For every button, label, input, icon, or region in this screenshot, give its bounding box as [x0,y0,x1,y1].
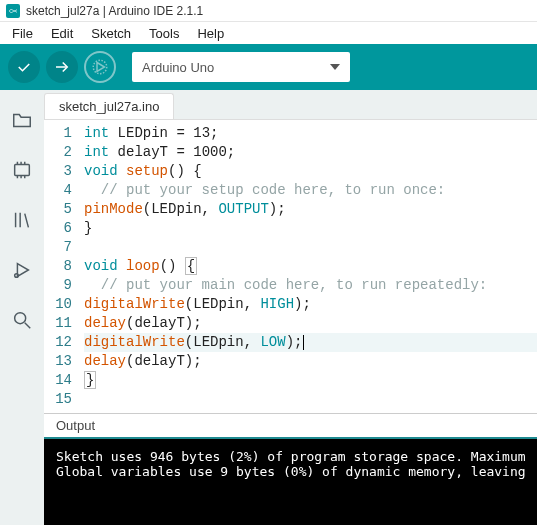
text-cursor [303,335,304,350]
activity-bar [0,90,44,525]
svg-point-6 [15,313,26,324]
line-number: 9 [44,276,84,295]
console-line: Sketch uses 946 bytes (2%) of program st… [56,449,525,464]
line-number: 6 [44,219,84,238]
line-number: 13 [44,352,84,371]
editor-tabs: sketch_jul27a.ino [44,90,537,120]
line-number: 10 [44,295,84,314]
code-line[interactable]: 13delay(delayT); [44,352,537,371]
code-line[interactable]: 12digitalWrite(LEDpin, LOW); [44,333,537,352]
board-selector-label: Arduino Uno [142,60,214,75]
code-text[interactable]: delay(delayT); [84,352,537,371]
svg-marker-1 [97,63,105,72]
code-line[interactable]: 6} [44,219,537,238]
board-manager-icon[interactable] [10,158,34,182]
main-area: sketch_jul27a.ino 1int LEDpin = 13;2int … [0,90,537,525]
output-panel-header[interactable]: Output [44,413,537,439]
code-text[interactable]: delay(delayT); [84,314,537,333]
line-number: 1 [44,124,84,143]
code-text[interactable] [84,390,537,409]
svg-line-7 [25,323,31,329]
line-number: 14 [44,371,84,390]
code-line[interactable]: 10digitalWrite(LEDpin, HIGH); [44,295,537,314]
folder-icon[interactable] [10,108,34,132]
editor-area: sketch_jul27a.ino 1int LEDpin = 13;2int … [44,90,537,525]
line-number: 5 [44,200,84,219]
code-line[interactable]: 14} [44,371,537,390]
tab-label: sketch_jul27a.ino [59,99,159,114]
debug-button[interactable] [84,51,116,83]
code-text[interactable]: // put your main code here, to run repea… [84,276,537,295]
search-icon[interactable] [10,308,34,332]
toolbar: Arduino Uno [0,44,537,90]
svg-marker-4 [17,264,28,277]
line-number: 4 [44,181,84,200]
output-console[interactable]: Sketch uses 946 bytes (2%) of program st… [44,439,537,525]
code-line[interactable]: 9 // put your main code here, to run rep… [44,276,537,295]
menubar: File Edit Sketch Tools Help [0,22,537,44]
code-line[interactable]: 7 [44,238,537,257]
board-selector[interactable]: Arduino Uno [132,52,350,82]
menu-help[interactable]: Help [189,24,232,43]
line-number: 2 [44,143,84,162]
verify-button[interactable] [8,51,40,83]
menu-file[interactable]: File [4,24,41,43]
line-number: 11 [44,314,84,333]
menu-tools[interactable]: Tools [141,24,187,43]
menu-edit[interactable]: Edit [43,24,81,43]
code-text[interactable]: } [84,371,537,390]
titlebar: sketch_jul27a | Arduino IDE 2.1.1 [0,0,537,22]
code-text[interactable] [84,238,537,257]
code-line[interactable]: 3void setup() { [44,162,537,181]
code-line[interactable]: 1int LEDpin = 13; [44,124,537,143]
window-title: sketch_jul27a | Arduino IDE 2.1.1 [26,4,203,18]
code-text[interactable]: void setup() { [84,162,537,181]
line-number: 3 [44,162,84,181]
chevron-down-icon [330,64,340,70]
svg-rect-3 [15,165,30,176]
code-text[interactable]: int LEDpin = 13; [84,124,537,143]
code-line[interactable]: 8void loop() { [44,257,537,276]
code-text[interactable]: // put your setup code here, to run once… [84,181,537,200]
line-number: 12 [44,333,84,352]
code-text[interactable]: void loop() { [84,257,537,276]
code-editor[interactable]: 1int LEDpin = 13;2int delayT = 1000;3voi… [44,120,537,413]
line-number: 15 [44,390,84,409]
code-text[interactable]: digitalWrite(LEDpin, HIGH); [84,295,537,314]
menu-sketch[interactable]: Sketch [83,24,139,43]
code-line[interactable]: 11delay(delayT); [44,314,537,333]
arduino-app-icon [6,4,20,18]
tab-sketch[interactable]: sketch_jul27a.ino [44,93,174,119]
code-text[interactable]: int delayT = 1000; [84,143,537,162]
debug-icon[interactable] [10,258,34,282]
code-line[interactable]: 15 [44,390,537,409]
library-icon[interactable] [10,208,34,232]
code-text[interactable]: pinMode(LEDpin, OUTPUT); [84,200,537,219]
code-text[interactable]: digitalWrite(LEDpin, LOW); [84,333,537,352]
output-label: Output [56,418,95,433]
line-number: 8 [44,257,84,276]
code-line[interactable]: 2int delayT = 1000; [44,143,537,162]
code-line[interactable]: 4 // put your setup code here, to run on… [44,181,537,200]
code-text[interactable]: } [84,219,537,238]
console-line: Global variables use 9 bytes (0%) of dyn… [56,464,525,479]
upload-button[interactable] [46,51,78,83]
code-line[interactable]: 5pinMode(LEDpin, OUTPUT); [44,200,537,219]
svg-point-5 [15,274,19,278]
line-number: 7 [44,238,84,257]
